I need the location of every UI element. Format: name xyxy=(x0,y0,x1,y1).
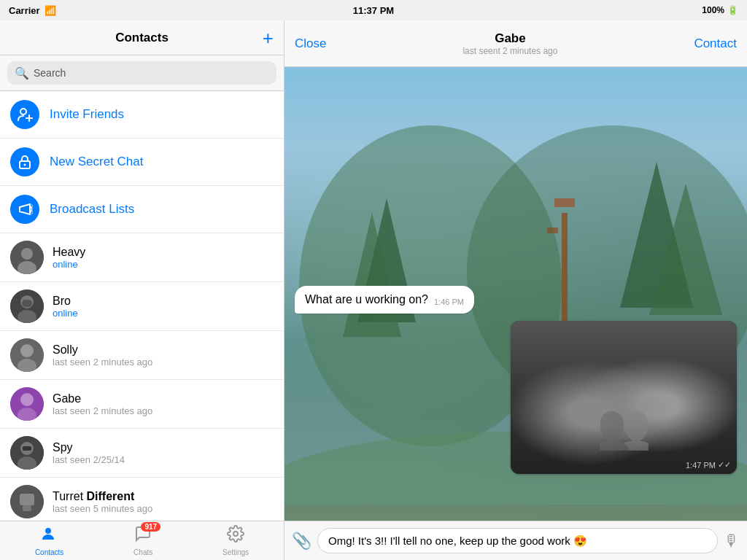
battery-icon: 🔋 xyxy=(727,5,738,15)
invite-friends-icon xyxy=(10,100,39,129)
secret-chat-icon xyxy=(10,147,39,176)
chat-status: last seent 2 minutes ago xyxy=(462,46,557,56)
settings-tab-icon xyxy=(227,525,244,547)
chat-header: Close Gabe last seent 2 minutes ago Cont… xyxy=(285,20,747,67)
contact-bro-name: Bro xyxy=(53,295,274,308)
search-input[interactable] xyxy=(34,67,269,79)
svg-point-4 xyxy=(24,164,26,166)
close-button[interactable]: Close xyxy=(295,36,326,51)
photo-content xyxy=(511,321,737,474)
svg-point-29 xyxy=(233,532,238,536)
contact-heavy-name: Heavy xyxy=(53,246,274,259)
tab-contacts-label: Contacts xyxy=(35,548,63,556)
main-container: Contacts + 🔍 In xyxy=(0,20,747,560)
tab-settings-label: Settings xyxy=(222,548,249,556)
add-contact-button[interactable]: + xyxy=(263,28,274,47)
contact-heavy-info: Heavy online xyxy=(53,246,274,270)
search-container: 🔍 xyxy=(0,55,284,91)
contacts-list: Invite Friends New Secret Chat xyxy=(0,91,284,521)
search-bar[interactable]: 🔍 xyxy=(7,61,276,85)
chats-badge: 917 xyxy=(141,522,160,532)
svg-rect-11 xyxy=(22,300,32,307)
avatar-heavy xyxy=(10,241,44,274)
attach-button[interactable]: 📎 xyxy=(292,532,311,551)
svg-point-0 xyxy=(20,109,26,114)
invite-friends-item[interactable]: Invite Friends xyxy=(0,91,284,139)
svg-point-28 xyxy=(45,528,51,534)
contact-turret-info: Turret Different last seen 5 minutes ago xyxy=(53,490,274,514)
message-1-time: 1:46 PM xyxy=(434,298,464,306)
left-panel: Contacts + 🔍 In xyxy=(0,20,285,560)
messages-wrapper: What are u working on? 1:46 PM 1:47 PM ✓… xyxy=(285,67,747,489)
broadcast-lists-item[interactable]: Broadcast Lists xyxy=(0,186,284,233)
svg-rect-24 xyxy=(23,505,31,511)
tab-settings[interactable]: Settings xyxy=(222,525,249,556)
contact-heavy-status: online xyxy=(53,259,274,270)
avatar-gabe xyxy=(10,387,44,421)
status-bar-right: 100% 🔋 xyxy=(702,5,738,15)
contact-turret-name: Turret Different xyxy=(53,490,274,503)
svg-rect-21 xyxy=(23,446,31,451)
svg-point-16 xyxy=(20,393,34,406)
broadcast-lists-label: Broadcast Lists xyxy=(50,202,134,217)
new-secret-chat-item[interactable]: New Secret Chat xyxy=(0,139,284,186)
contacts-tab-icon xyxy=(41,525,58,547)
contact-heavy[interactable]: Heavy online xyxy=(0,233,284,282)
contacts-header: Contacts + xyxy=(0,20,284,55)
contact-turret[interactable]: Turret Different last seen 5 minutes ago xyxy=(0,478,284,521)
battery-label: 100% xyxy=(702,5,724,15)
mic-button[interactable]: 🎙 xyxy=(724,532,740,551)
contact-gabe-info: Gabe last seen 2 minutes ago xyxy=(53,392,274,416)
tab-chats-label: Chats xyxy=(133,548,152,556)
contact-gabe[interactable]: Gabe last seen 2 minutes ago xyxy=(0,380,284,429)
input-bar: 📎 🎙 xyxy=(285,521,747,560)
message-2-time: 1:47 PM ✓✓ xyxy=(686,460,731,470)
contact-button[interactable]: Contact xyxy=(694,36,737,51)
broadcast-icon xyxy=(10,195,39,224)
svg-rect-23 xyxy=(20,494,34,505)
checkmarks-icon: ✓✓ xyxy=(718,460,731,470)
avatar-bro xyxy=(10,289,44,323)
search-icon: 🔍 xyxy=(15,66,29,80)
avatar-turret xyxy=(10,485,44,518)
new-secret-chat-label: New Secret Chat xyxy=(50,155,144,169)
chats-tab-icon: 917 xyxy=(134,525,152,547)
right-panel: Close Gabe last seent 2 minutes ago Cont… xyxy=(285,20,747,560)
avatar-spy xyxy=(10,436,44,470)
message-2-image: 1:47 PM ✓✓ xyxy=(511,321,737,474)
contact-spy-info: Spy last seen 2/25/14 xyxy=(53,441,274,465)
contacts-title: Contacts xyxy=(115,31,169,45)
contact-solly[interactable]: Solly last seen 2 minutes ago xyxy=(0,331,284,380)
contact-bro[interactable]: Bro online xyxy=(0,282,284,331)
tab-bar: Contacts 917 Chats Settings xyxy=(0,521,284,560)
chat-header-center: Gabe last seent 2 minutes ago xyxy=(462,31,557,56)
carrier-label: Carrier xyxy=(9,5,40,16)
svg-point-6 xyxy=(21,248,33,260)
svg-point-13 xyxy=(20,344,34,357)
contact-gabe-name: Gabe xyxy=(53,392,274,405)
tab-contacts[interactable]: Contacts xyxy=(35,525,63,556)
contact-turret-status: last seen 5 minutes ago xyxy=(53,503,274,514)
contact-bro-info: Bro online xyxy=(53,295,274,319)
avatar-solly xyxy=(10,338,44,372)
contact-solly-info: Solly last seen 2 minutes ago xyxy=(53,343,274,368)
contact-spy-status: last seen 2/25/14 xyxy=(53,454,274,465)
message-1-text: What are u working on? xyxy=(305,293,428,306)
status-bar-time: 11:37 PM xyxy=(353,5,394,16)
message-input[interactable] xyxy=(317,528,718,553)
chat-messages: What are u working on? 1:46 PM 1:47 PM ✓… xyxy=(285,67,747,521)
wifi-icon: 📶 xyxy=(44,5,56,16)
invite-friends-label: Invite Friends xyxy=(50,107,124,122)
contact-solly-name: Solly xyxy=(53,343,274,357)
contact-bro-status: online xyxy=(53,308,274,319)
contact-spy[interactable]: Spy last seen 2/25/14 xyxy=(0,429,284,478)
status-bar: Carrier 📶 11:37 PM 100% 🔋 xyxy=(0,0,747,20)
contact-gabe-status: last seen 2 minutes ago xyxy=(53,405,274,416)
message-1: What are u working on? 1:46 PM xyxy=(295,286,474,314)
contact-solly-status: last seen 2 minutes ago xyxy=(53,357,274,368)
contact-spy-name: Spy xyxy=(53,441,274,454)
status-bar-left: Carrier 📶 xyxy=(9,5,56,16)
chat-name: Gabe xyxy=(462,31,557,46)
tab-chats[interactable]: 917 Chats xyxy=(133,525,152,556)
